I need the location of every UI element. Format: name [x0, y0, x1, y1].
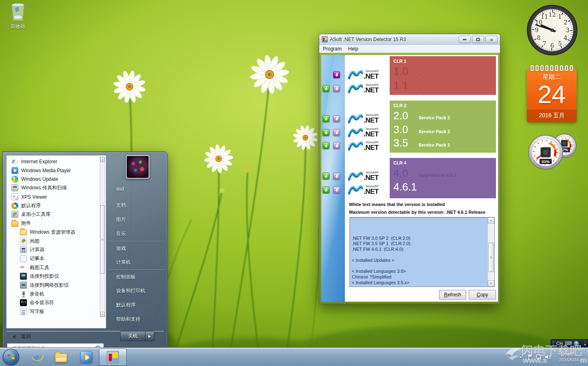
- user-avatar[interactable]: [126, 155, 149, 179]
- start-menu-item-label: XPS Viewer: [21, 194, 47, 200]
- download-arrow-lavender[interactable]: [333, 129, 340, 136]
- start-menu-scrollbar[interactable]: ▲ ▼: [100, 157, 105, 317]
- language-bar-options[interactable]: –▾: [584, 340, 586, 346]
- start-menu-item[interactable]: Windows Update: [7, 175, 99, 184]
- shutdown-button[interactable]: 关机: [120, 331, 145, 341]
- download-arrow-green[interactable]: [323, 142, 329, 149]
- download-arrow-lavender[interactable]: [333, 142, 340, 149]
- start-menu-item[interactable]: 桌面小工具库: [7, 210, 99, 219]
- copy-button[interactable]: Copy: [469, 290, 496, 300]
- minimize-button[interactable]: [459, 36, 471, 43]
- start-menu-item[interactable]: 计算器: [7, 245, 99, 254]
- svg-text:12: 12: [549, 11, 556, 18]
- desktop: 回收站 12 1 2 3 4 5 6 7 8 9 10 11: [0, 0, 588, 366]
- taskbar-ie-icon[interactable]: e: [29, 349, 44, 365]
- refresh-button[interactable]: Refresh: [439, 290, 466, 300]
- window-titlebar[interactable]: ASoft .NET Version Detector 15 R3: [319, 34, 500, 45]
- download-arrow-lavender[interactable]: [333, 115, 340, 122]
- download-arrow-green[interactable]: [323, 129, 329, 136]
- start-menu-item[interactable]: XPS Viewer: [7, 193, 99, 202]
- start-menu-place-item[interactable]: 帮助和支持: [108, 312, 165, 327]
- network-icon[interactable]: [534, 348, 543, 366]
- start-menu-item-label: 连接到网络投影仪: [30, 282, 69, 289]
- scroll-down-icon[interactable]: ▼: [100, 312, 105, 317]
- taskbar-wmp-icon[interactable]: [79, 349, 94, 365]
- places-list: 文档 图片 音乐 游戏 计算机: [108, 198, 165, 327]
- start-menu-item[interactable]: 命令提示符: [7, 298, 99, 307]
- action-center-flag-icon[interactable]: [525, 348, 534, 366]
- start-button[interactable]: [3, 349, 19, 365]
- clock-gadget[interactable]: 12 1 2 3 4 5 6 7 8 9 10 11: [525, 3, 579, 59]
- taskbar-explorer-icon[interactable]: [53, 349, 69, 365]
- download-arrow-green[interactable]: [323, 186, 329, 193]
- keyboard-icon[interactable]: ⌨: [565, 341, 572, 345]
- menu-help[interactable]: Help: [348, 46, 358, 52]
- svg-text:3: 3: [566, 27, 570, 33]
- start-menu-item[interactable]: 默认程序: [7, 201, 99, 210]
- start-menu-place-item[interactable]: 游戏: [108, 241, 165, 255]
- volume-icon[interactable]: [543, 348, 552, 366]
- scroll-down-icon[interactable]: ▼: [488, 281, 494, 287]
- start-menu-item-label: 截图工具: [30, 264, 49, 271]
- scrollbar-thumb[interactable]: [100, 205, 105, 274]
- cpu-meter-gadget[interactable]: 17% 01%: [526, 131, 580, 173]
- start-menu-place-item[interactable]: 设备和打印机: [108, 284, 165, 298]
- app-icon: [20, 255, 27, 262]
- detection-listbox[interactable]: .NET FW 3.0 SP 2 (CLR:2.0).NET FW 3.5 SP…: [349, 217, 495, 287]
- window-menubar: Program Help: [319, 45, 500, 53]
- start-menu-item-label: Windows Media Player: [21, 168, 71, 173]
- start-menu-item[interactable]: 附件: [7, 219, 99, 228]
- help-icon[interactable]: ?: [574, 341, 579, 346]
- drag-grip-icon[interactable]: [553, 341, 554, 346]
- start-menu-item[interactable]: 连接到投影仪: [7, 272, 99, 281]
- scroll-up-icon[interactable]: ▲: [488, 217, 494, 224]
- scroll-up-icon[interactable]: ▲: [100, 157, 105, 162]
- taskbar-clock[interactable]: 9:48 2016/5/24: [552, 351, 588, 363]
- svg-text:4: 4: [564, 35, 568, 41]
- start-menu-item[interactable]: 录音机: [7, 289, 99, 298]
- listbox-line: Chinese ?Simplified: [352, 274, 485, 280]
- start-menu-item[interactable]: Windows Media Player: [7, 166, 99, 175]
- download-arrow-lavender[interactable]: [333, 173, 340, 180]
- listbox-scrollbar[interactable]: ▲ ▼: [487, 217, 494, 287]
- user-name[interactable]: asd: [116, 186, 124, 192]
- svg-text:8: 8: [537, 35, 541, 41]
- start-menu-item[interactable]: 画图: [7, 237, 99, 245]
- download-arrow-green[interactable]: [323, 85, 329, 92]
- start-menu-item[interactable]: 记事本: [7, 254, 99, 263]
- start-menu-place-item[interactable]: 图片: [108, 213, 165, 227]
- svg-text:1: 1: [558, 13, 562, 20]
- download-arrow-green[interactable]: [323, 173, 329, 180]
- recycle-bin[interactable]: 回收站: [5, 2, 31, 30]
- start-menu-item[interactable]: 截图工具: [7, 263, 99, 272]
- download-arrow-lavender[interactable]: [333, 186, 340, 193]
- menu-program[interactable]: Program: [323, 46, 342, 52]
- download-arrow-magenta[interactable]: [333, 71, 340, 78]
- maximize-button[interactable]: [472, 36, 484, 43]
- calendar-gadget[interactable]: 星期二 24 2016 五月: [527, 65, 577, 122]
- start-menu-place-item[interactable]: 计算机: [108, 255, 165, 270]
- start-menu-place-item[interactable]: 音乐: [108, 227, 165, 241]
- app-icon: [11, 193, 18, 200]
- language-indicator[interactable]: CH: [556, 341, 563, 346]
- start-menu-programs-panel: Internet Explorer Windows Media Player W…: [6, 155, 106, 329]
- start-menu-item[interactable]: 写字板: [7, 307, 99, 316]
- start-menu-place-item[interactable]: 控制面板: [108, 270, 165, 284]
- app-icon: [11, 221, 18, 227]
- start-menu-item[interactable]: Windows 传真和扫描: [7, 184, 99, 193]
- download-arrow-lavender[interactable]: [333, 85, 340, 92]
- start-menu-item[interactable]: Internet Explorer: [7, 157, 99, 166]
- start-menu-place-item[interactable]: 文档: [108, 198, 165, 213]
- start-menu-item[interactable]: 连接到网络投影仪: [7, 281, 99, 290]
- shutdown-options-arrow[interactable]: ▶: [145, 331, 154, 341]
- taskbar-active-net-detector[interactable]: [99, 348, 127, 366]
- show-hidden-icons[interactable]: ▲: [516, 348, 525, 366]
- start-menu-item-label: Windows 资源管理器: [30, 229, 75, 236]
- scrollbar-thumb[interactable]: [488, 243, 494, 272]
- media-player-icon: [80, 351, 92, 363]
- start-menu-item[interactable]: Windows 资源管理器: [7, 228, 99, 237]
- close-button[interactable]: [485, 36, 498, 43]
- start-menu-place-item[interactable]: 默认程序: [108, 298, 165, 312]
- start-menu-item-label: Windows Update: [21, 176, 58, 182]
- download-arrow-green[interactable]: [323, 115, 329, 122]
